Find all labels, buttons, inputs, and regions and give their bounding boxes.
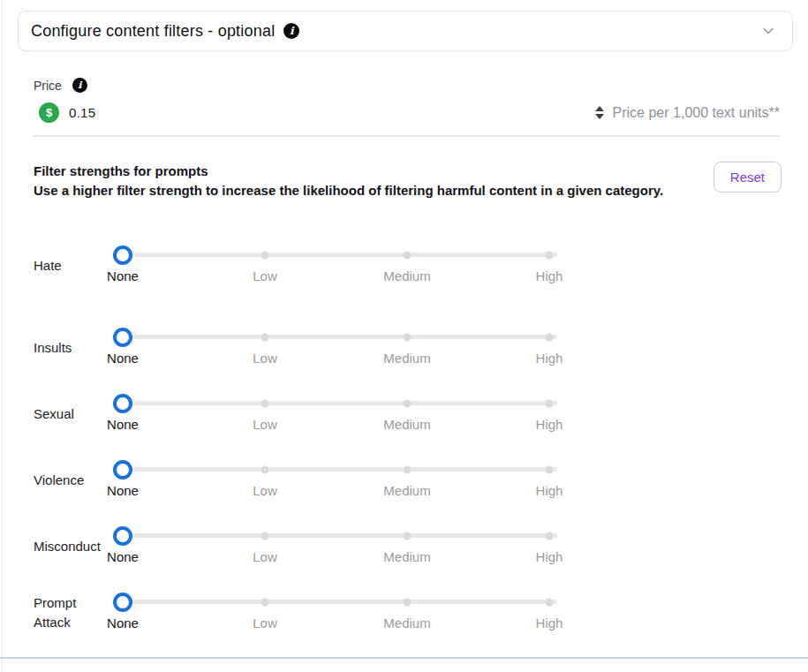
filter-strengths-header: Filter strengths for prompts Use a highe… — [34, 162, 782, 200]
slider-row-prompt-attack: Prompt Attack None Low Medium High — [34, 592, 808, 634]
info-icon[interactable]: i — [283, 23, 299, 39]
slider-track[interactable] — [114, 335, 557, 339]
slider-tick-high[interactable] — [546, 532, 554, 540]
level-label-medium[interactable]: Medium — [383, 549, 430, 564]
slider-tick-medium[interactable] — [404, 251, 412, 259]
content-filters-accordion-header[interactable]: Configure content filters - optional i — [18, 11, 793, 51]
price-unit-label: Price per 1,000 text units** — [613, 105, 780, 121]
slider-track[interactable] — [114, 467, 557, 472]
slider-track-misconduct[interactable] — [123, 525, 549, 545]
slider-row-sexual: Sexual None Low Medium High — [34, 393, 808, 435]
slider-track[interactable] — [114, 533, 557, 538]
slider-tick-medium[interactable] — [404, 399, 412, 407]
filter-strengths-description: Use a higher filter strength to increase… — [34, 181, 663, 200]
slider-tick-low[interactable] — [261, 251, 268, 259]
slider-tick-high[interactable] — [546, 333, 554, 341]
slider-thumb[interactable] — [113, 526, 132, 546]
slider-thumb[interactable] — [113, 245, 132, 265]
slider-tick-low[interactable] — [261, 399, 268, 407]
price-stepper[interactable] — [595, 106, 604, 119]
slider-row-insults: Insults None Low Medium High — [34, 327, 808, 369]
slider-tick-high[interactable] — [546, 251, 554, 259]
slider-tick-high[interactable] — [546, 598, 554, 606]
level-label-low[interactable]: Low — [253, 483, 277, 498]
level-label-none[interactable]: None — [107, 268, 139, 283]
level-label-medium[interactable]: Medium — [383, 351, 430, 366]
reset-button[interactable]: Reset — [714, 162, 782, 193]
level-label-high[interactable]: High — [536, 615, 563, 630]
page-bottom-divider — [0, 657, 808, 659]
slider-tick-low[interactable] — [261, 598, 268, 606]
level-label-none[interactable]: None — [107, 351, 139, 366]
slider-track[interactable] — [114, 401, 557, 405]
level-label-none[interactable]: None — [107, 483, 139, 498]
slider-track[interactable] — [114, 600, 557, 604]
level-label-none[interactable]: None — [107, 615, 139, 630]
filter-strengths-heading: Filter strengths for prompts — [34, 162, 663, 181]
stepper-up-icon[interactable] — [595, 106, 604, 111]
level-label-high[interactable]: High — [536, 268, 563, 283]
slider-track-sexual[interactable] — [123, 393, 549, 412]
slider-tick-low[interactable] — [261, 333, 268, 341]
slider-tick-low[interactable] — [261, 532, 268, 540]
category-label: Prompt Attack — [34, 593, 101, 632]
level-label-medium[interactable]: Medium — [383, 417, 430, 432]
slider-row-hate: Hate None Low Medium High — [34, 245, 808, 287]
slider-tick-medium[interactable] — [404, 598, 412, 606]
slider-track-hate[interactable] — [123, 245, 549, 264]
price-value[interactable]: 0.15 — [69, 105, 95, 120]
category-label: Misconduct — [34, 537, 101, 556]
page-left-border — [2, 0, 3, 672]
category-label: Sexual — [34, 404, 101, 424]
accordion-title: Configure content filters - optional — [31, 22, 275, 41]
level-label-low[interactable]: Low — [253, 615, 277, 630]
category-label: Hate — [34, 256, 101, 276]
slider-tick-high[interactable] — [546, 465, 554, 473]
level-label-none[interactable]: None — [107, 417, 139, 432]
category-label: Insults — [34, 338, 101, 358]
slider-thumb[interactable] — [113, 394, 132, 413]
stepper-down-icon[interactable] — [595, 114, 604, 119]
level-label-medium[interactable]: Medium — [383, 615, 430, 630]
slider-tick-low[interactable] — [261, 465, 268, 473]
price-label: Price — [34, 79, 62, 93]
slider-track-violence[interactable] — [123, 459, 549, 479]
slider-thumb[interactable] — [113, 593, 132, 612]
slider-track[interactable] — [114, 253, 557, 257]
slider-thumb[interactable] — [113, 460, 132, 479]
dollar-icon: $ — [39, 102, 59, 123]
level-label-none[interactable]: None — [107, 549, 139, 564]
slider-tick-high[interactable] — [546, 399, 554, 407]
chevron-down-icon[interactable] — [760, 23, 776, 39]
slider-track-insults[interactable] — [123, 327, 549, 346]
slider-tick-medium[interactable] — [404, 532, 412, 540]
level-label-high[interactable]: High — [536, 483, 563, 498]
level-label-high[interactable]: High — [536, 549, 563, 564]
price-section: Price i $ 0.15 Price per 1,000 text unit… — [34, 78, 780, 137]
filter-sliders: Hate None Low Medium High Insults — [34, 245, 808, 634]
level-label-medium[interactable]: Medium — [383, 268, 430, 283]
level-label-medium[interactable]: Medium — [383, 483, 430, 498]
slider-row-misconduct: Misconduct None Low Medium High — [34, 525, 808, 568]
category-label: Violence — [34, 471, 101, 490]
slider-track-prompt-attack[interactable] — [123, 592, 549, 611]
slider-thumb[interactable] — [113, 328, 132, 347]
slider-tick-medium[interactable] — [404, 333, 412, 341]
level-label-low[interactable]: Low — [253, 268, 277, 283]
slider-tick-medium[interactable] — [404, 465, 412, 473]
level-label-low[interactable]: Low — [253, 351, 277, 366]
level-label-low[interactable]: Low — [253, 549, 277, 564]
slider-row-violence: Violence None Low Medium High — [34, 459, 808, 502]
level-label-low[interactable]: Low — [253, 417, 277, 432]
level-label-high[interactable]: High — [536, 351, 563, 366]
info-icon[interactable]: i — [72, 78, 87, 93]
level-label-high[interactable]: High — [536, 417, 563, 432]
